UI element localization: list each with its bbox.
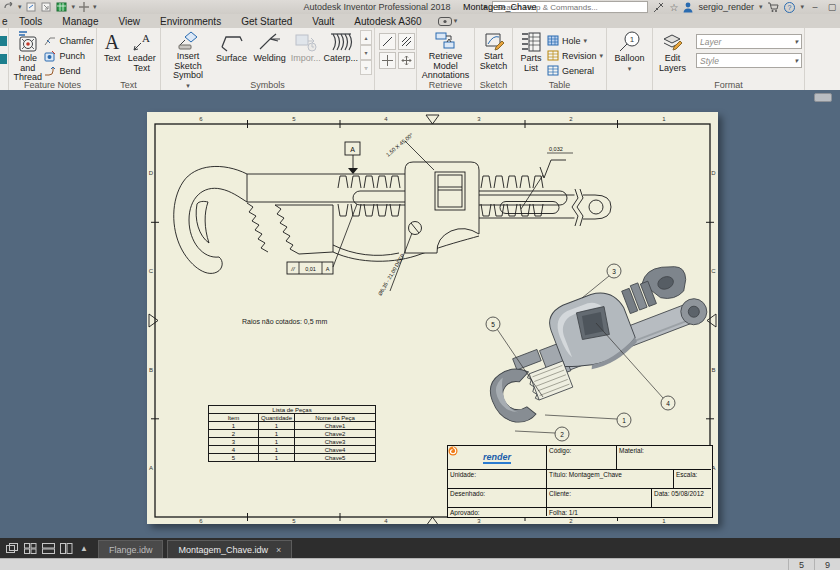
favorites-star-icon[interactable]: ☆ [669, 2, 678, 13]
status-count-1: 5 [788, 559, 814, 570]
svg-text:A: A [142, 32, 150, 44]
svg-text:A: A [326, 266, 330, 272]
table-row[interactable]: 51Chave5 [209, 454, 376, 462]
cutoff-icon-2[interactable] [0, 54, 7, 64]
cutoff-icon-1[interactable] [0, 36, 7, 46]
search-collapse-icon[interactable]: ▸ [484, 3, 488, 11]
cascade-windows-icon[interactable] [6, 543, 19, 554]
surface-finish-dimension[interactable]: 0,032 [521, 146, 573, 209]
cart-icon[interactable] [767, 2, 779, 13]
col-quantidade: Quantidade [259, 414, 295, 422]
hole-thread-label: Hole and Thread [12, 54, 43, 83]
svg-text:6: 6 [199, 518, 203, 524]
qat-customize-icon[interactable]: ▾ [93, 3, 97, 11]
hole-table-label: Hole [562, 36, 581, 46]
tab-manage[interactable]: Manage [52, 15, 108, 28]
horizontal-split-icon[interactable] [42, 543, 55, 554]
balloon-button[interactable]: 1 Balloon ▾ [609, 30, 650, 74]
symbols-scroll-up-icon[interactable]: ▴ [360, 30, 372, 45]
help-caret-icon[interactable]: ▾ [800, 3, 804, 11]
parts-list-button[interactable]: Parts List [515, 30, 547, 74]
svg-text:Ø6,35 - 21,00 DEEP: Ø6,35 - 21,00 DEEP [377, 252, 406, 296]
user-name[interactable]: sergio_render [698, 2, 754, 12]
doc-tab-montagem-chave[interactable]: Montagem_Chave.idw × [167, 540, 292, 558]
search-input[interactable] [492, 1, 648, 13]
move-tool-button[interactable] [398, 52, 415, 69]
table-row[interactable]: 11Chave1 [209, 422, 376, 430]
symbols-expand-icon[interactable]: ▿ [360, 60, 372, 75]
hole-table-button[interactable]: Hole▾ [547, 33, 603, 48]
export-doc-icon[interactable] [41, 2, 52, 12]
drawing-view-front[interactable] [174, 162, 611, 273]
surface-button[interactable]: Surface [213, 30, 250, 65]
tab-vault[interactable]: Vault [302, 15, 344, 28]
import-button[interactable]: Impor... [289, 30, 322, 65]
welding-label: Welding [253, 54, 285, 64]
line-tool-button[interactable] [379, 33, 396, 50]
chamfer-button[interactable]: Chamfer [44, 33, 94, 48]
parts-list-table[interactable]: Lista de Peças Item Quantidade Nome da P… [208, 405, 376, 462]
bend-button[interactable]: Bend [44, 63, 94, 78]
maximize-button[interactable]: ▢ [826, 2, 838, 12]
tab-view[interactable]: View [109, 15, 151, 28]
caterpillar-button[interactable]: Caterp... [322, 30, 359, 65]
table-green-icon[interactable] [56, 2, 68, 12]
tab-get-started[interactable]: Get Started [231, 15, 302, 28]
table-caret-icon[interactable]: ▾ [72, 3, 76, 11]
leader-text-button[interactable]: A Leader Text [126, 30, 158, 74]
balloon-label: Balloon [614, 54, 644, 64]
table-row[interactable]: 41Chave4 [209, 446, 376, 454]
general-note[interactable]: Raios não cotados: 0,5 mm [242, 318, 327, 325]
ribbon-appearance-button[interactable]: ▾ [432, 17, 464, 26]
expand-tabs-icon[interactable]: ▲ [80, 544, 88, 553]
move-icon[interactable] [79, 2, 89, 12]
undo-caret-icon[interactable]: ▾ [18, 3, 22, 11]
sketch-doc-icon[interactable] [26, 2, 37, 12]
drawing-sheet[interactable]: 654321 654321 DCBA DCBA [147, 112, 718, 524]
communication-center-icon[interactable] [653, 2, 664, 13]
centerpoint-tool-button[interactable] [379, 52, 396, 69]
move-arrows-icon [401, 55, 412, 66]
edit-layers-button[interactable]: Edit Layers [655, 30, 690, 74]
drawing-canvas[interactable]: 654321 654321 DCBA DCBA [0, 90, 840, 538]
datum-flag[interactable]: A [345, 142, 360, 174]
punch-button[interactable]: Punch [44, 48, 94, 63]
minimize-button[interactable]: – [809, 2, 821, 12]
symbols-scroll-down-icon[interactable]: ▾ [360, 45, 372, 60]
surface-icon [220, 31, 244, 53]
tab-environments[interactable]: Environments [150, 15, 231, 28]
hole-thread-button[interactable]: Hole and Thread [11, 30, 44, 84]
tab-cutoff[interactable]: e [0, 15, 9, 28]
vertical-split-icon[interactable] [60, 543, 73, 554]
text-button[interactable]: A Text [99, 30, 126, 65]
balloon-1[interactable]: 1 [545, 413, 631, 427]
retrieve-annotations-button[interactable]: Retrieve Model Annotations [419, 30, 472, 82]
general-table-button[interactable]: General [547, 63, 603, 78]
undo-icon[interactable] [3, 2, 14, 12]
tile-windows-icon[interactable] [24, 543, 37, 554]
revision-table-button[interactable]: Revision▾ [547, 48, 603, 63]
revision-table-icon [547, 50, 559, 61]
table-row[interactable]: 21Chave2 [209, 430, 376, 438]
tab-autodesk-a360[interactable]: Autodesk A360 [344, 15, 431, 28]
close-tab-icon[interactable]: × [276, 545, 281, 555]
start-sketch-button[interactable]: Start Sketch [477, 30, 510, 72]
centerpoint-icon [382, 55, 393, 66]
tab-tools[interactable]: Tools [9, 15, 52, 28]
doc-tab-montagem-label: Montagem_Chave.idw [178, 545, 268, 555]
user-caret-icon[interactable]: ▾ [759, 3, 763, 11]
help-icon[interactable]: ? [784, 2, 795, 13]
punch-icon [44, 50, 56, 62]
hatch-tool-button[interactable] [398, 33, 415, 50]
welding-button[interactable]: Welding [250, 30, 289, 65]
layer-select[interactable]: Layer▾ [696, 34, 802, 49]
titlebar-right: ▸ ☆ sergio_render ▾ ? ▾ – ▢ [484, 1, 840, 13]
retrieve-annotations-icon [434, 31, 458, 51]
style-select[interactable]: Style▾ [696, 53, 802, 68]
group-label-feature-notes: Feature Notes [9, 80, 96, 90]
collapsed-panel-handle[interactable] [814, 93, 832, 102]
table-row[interactable]: 31Chave3 [209, 438, 376, 446]
desenhado-cell: Desenhado: [448, 488, 546, 507]
balloon-2[interactable]: 2 [515, 427, 569, 441]
doc-tab-flange[interactable]: Flange.idw [98, 540, 164, 558]
